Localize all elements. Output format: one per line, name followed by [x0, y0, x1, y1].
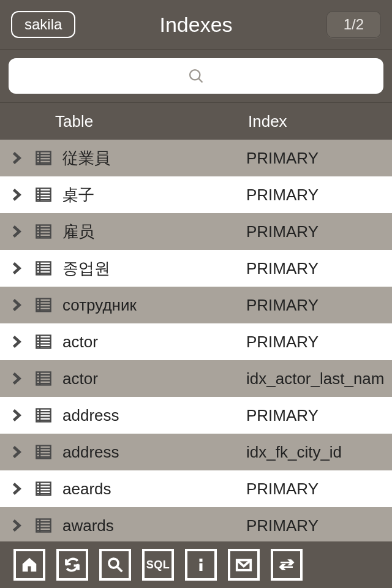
row-table-name: сотрудник: [62, 296, 246, 315]
table-row[interactable]: 従業員PRIMARY: [0, 140, 392, 176]
database-selector[interactable]: sakila: [11, 11, 75, 38]
bottom-toolbar: SQL: [0, 541, 392, 588]
swap-button[interactable]: [271, 549, 303, 581]
row-index-name: PRIMARY: [246, 259, 392, 278]
table-row[interactable]: сотрудникPRIMARY: [0, 287, 392, 323]
table-icon: [33, 186, 54, 203]
mail-icon: [235, 556, 253, 574]
refresh-icon: [63, 556, 81, 574]
refresh-button[interactable]: [56, 549, 88, 581]
table-row[interactable]: actorPRIMARY: [0, 323, 392, 360]
row-index-name: idx_actor_last_nam: [246, 369, 392, 388]
table-row[interactable]: 桌子PRIMARY: [0, 176, 392, 213]
table-row[interactable]: actoridx_actor_last_nam: [0, 360, 392, 397]
table-icon: [33, 517, 54, 534]
row-table-name: address: [62, 443, 246, 462]
chevron-right-icon: [0, 480, 33, 497]
table-icon: [33, 296, 54, 314]
table-icon: [33, 333, 54, 350]
chevron-right-icon: [0, 296, 33, 314]
svg-point-68: [109, 559, 118, 568]
row-table-name: 종업원: [62, 258, 246, 279]
chevron-right-icon: [0, 186, 33, 203]
svg-line-69: [118, 567, 123, 572]
search-bar: [0, 49, 392, 103]
table-row[interactable]: addressPRIMARY: [0, 397, 392, 434]
row-table-name: 従業員: [62, 148, 246, 169]
chevron-right-icon: [0, 370, 33, 387]
table-icon: [33, 443, 54, 461]
row-table-name: aeards: [62, 480, 246, 499]
table-row[interactable]: addressidx_fk_city_id: [0, 434, 392, 470]
column-header-index: Index: [248, 112, 287, 131]
search-icon: [187, 67, 205, 85]
row-index-name: PRIMARY: [246, 149, 392, 168]
home-button[interactable]: [13, 549, 45, 581]
swap-icon: [277, 556, 296, 574]
sql-button[interactable]: SQL: [142, 549, 174, 581]
table-icon: [33, 260, 54, 277]
chevron-right-icon: [0, 407, 33, 424]
row-index-name: PRIMARY: [246, 186, 392, 205]
table-icon: [33, 223, 54, 240]
table-icon: [33, 370, 54, 387]
search-input[interactable]: [9, 58, 383, 94]
chevron-right-icon: [0, 333, 33, 350]
row-table-name: awards: [62, 516, 246, 535]
page-indicator[interactable]: 1/2: [326, 11, 381, 38]
table-row[interactable]: 雇员PRIMARY: [0, 213, 392, 250]
find-button[interactable]: [99, 549, 131, 581]
svg-point-0: [190, 70, 200, 80]
row-table-name: 桌子: [62, 184, 246, 206]
chevron-right-icon: [0, 443, 33, 461]
rows-container: 従業員PRIMARY桌子PRIMARY雇员PRIMARY종업원PRIMARYсо…: [0, 140, 392, 541]
mail-button[interactable]: [228, 549, 260, 581]
row-index-name: PRIMARY: [246, 406, 392, 425]
table-icon: [33, 480, 54, 497]
sql-icon: SQL: [146, 559, 170, 571]
info-icon: [192, 556, 210, 574]
row-table-name: 雇员: [62, 221, 246, 243]
database-label: sakila: [24, 16, 62, 32]
row-table-name: actor: [62, 369, 246, 388]
row-index-name: PRIMARY: [246, 333, 392, 352]
table-icon: [33, 149, 54, 167]
header-bar: sakila Indexes 1/2: [0, 0, 392, 49]
home-icon: [20, 556, 39, 574]
svg-rect-70: [200, 559, 203, 562]
table-row[interactable]: awardsPRIMARY: [0, 507, 392, 541]
svg-line-1: [199, 79, 203, 83]
row-table-name: address: [62, 406, 246, 425]
row-index-name: PRIMARY: [246, 222, 392, 241]
find-icon: [106, 556, 124, 574]
chevron-right-icon: [0, 223, 33, 240]
row-index-name: PRIMARY: [246, 480, 392, 499]
table-row[interactable]: aeardsPRIMARY: [0, 470, 392, 507]
column-header-table: Table: [55, 112, 93, 131]
column-headers: Table Index: [0, 103, 392, 140]
table-row[interactable]: 종업원PRIMARY: [0, 250, 392, 287]
chevron-right-icon: [0, 517, 33, 534]
row-index-name: PRIMARY: [246, 516, 392, 535]
table-icon: [33, 407, 54, 424]
row-index-name: idx_fk_city_id: [246, 443, 392, 462]
chevron-right-icon: [0, 149, 33, 167]
page-label: 1/2: [344, 16, 364, 32]
row-index-name: PRIMARY: [246, 296, 392, 315]
info-button[interactable]: [185, 549, 217, 581]
svg-rect-71: [200, 564, 203, 571]
chevron-right-icon: [0, 260, 33, 277]
row-table-name: actor: [62, 333, 246, 352]
